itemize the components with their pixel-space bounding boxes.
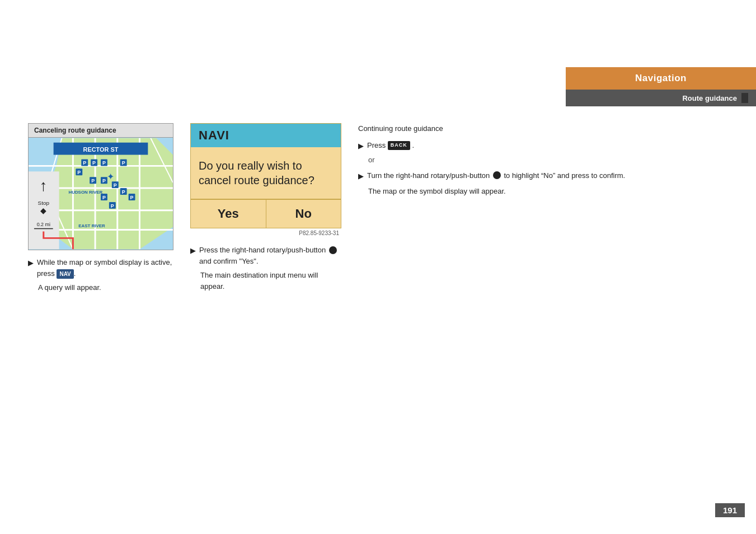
- svg-text:P: P: [114, 182, 117, 188]
- navigation-tab: Navigation: [566, 67, 756, 90]
- back-badge: BACK: [388, 141, 410, 150]
- mid-bullet-row: ▶ Press the right-hand rotary/push-butto…: [190, 245, 341, 266]
- svg-text:P: P: [91, 178, 95, 184]
- turn-inst-text: Turn the right-hand rotary/push-button t…: [367, 170, 625, 181]
- turn-bullet-row: ▶ Turn the right-hand rotary/push-button…: [358, 170, 739, 182]
- route-guidance-tab: Route guidance: [566, 90, 756, 106]
- svg-text:P: P: [102, 160, 106, 166]
- left-inst-text: While the map or symbol display is activ…: [37, 257, 173, 279]
- svg-text:↑: ↑: [40, 177, 48, 194]
- mid-bullet-arrow: ▶: [190, 245, 196, 256]
- left-bullet-row: ▶ While the map or symbol display is act…: [28, 257, 173, 279]
- press-back-row: ▶ Press BACK .: [358, 140, 739, 152]
- right-turn-instruction: ▶ Turn the right-hand rotary/push-button…: [358, 170, 739, 182]
- svg-text:P: P: [122, 160, 125, 166]
- page-number: 191: [715, 503, 745, 517]
- yes-button[interactable]: Yes: [191, 200, 266, 228]
- route-label: Route guidance: [682, 94, 737, 102]
- cancel-route-box: Canceling route guidance: [28, 123, 173, 250]
- mid-column: NAVI Do you really wish to cancel route …: [190, 123, 341, 293]
- svg-text:Stop: Stop: [38, 200, 50, 206]
- header-area: Navigation Route guidance: [566, 67, 756, 106]
- svg-text:P: P: [111, 203, 114, 209]
- left-instruction: ▶ While the map or symbol display is act…: [28, 257, 173, 293]
- map-container: RECTOR ST P P P P P P P: [29, 138, 173, 250]
- main-content: Canceling route guidance: [28, 123, 739, 293]
- svg-text:P: P: [102, 195, 106, 200]
- svg-text:✦: ✦: [107, 172, 114, 181]
- cancel-box-title: Canceling route guidance: [34, 127, 116, 134]
- or-line: or: [368, 154, 739, 166]
- navi-card: NAVI Do you really wish to cancel route …: [190, 123, 341, 228]
- svg-text:P: P: [83, 160, 86, 166]
- cancel-box-header: Canceling route guidance: [29, 124, 173, 138]
- svg-text:RECTOR ST: RECTOR ST: [83, 146, 119, 153]
- left-column: Canceling route guidance: [28, 123, 173, 293]
- svg-text:◆: ◆: [40, 206, 46, 215]
- navi-buttons: Yes No: [191, 199, 341, 228]
- svg-text:HUDSON RIVER: HUDSON RIVER: [68, 190, 102, 195]
- right-appear-text: The map or the symbol display will appea…: [368, 186, 739, 197]
- rotary-symbol-right: [493, 171, 501, 179]
- press-back-text: Press BACK .: [367, 140, 414, 151]
- svg-text:P: P: [92, 160, 96, 166]
- right-bullet-arrow-1: ▶: [358, 140, 364, 152]
- navi-title: NAVI: [199, 128, 229, 142]
- right-bullet-arrow-2: ▶: [358, 171, 364, 182]
- svg-text:0.2 mi: 0.2 mi: [37, 222, 50, 227]
- left-sub-text: A query will appear.: [38, 282, 173, 293]
- map-svg: RECTOR ST P P P P P P P: [29, 138, 173, 250]
- svg-text:P: P: [77, 170, 81, 175]
- nav-badge: NAV: [57, 269, 73, 279]
- navi-header: NAVI: [191, 124, 341, 147]
- mid-inst-text: Press the right-hand rotary/push-button …: [199, 245, 341, 266]
- nav-label: Navigation: [635, 73, 687, 83]
- navi-question: Do you really wish to cancel route guida…: [191, 147, 341, 199]
- right-press-back: ▶ Press BACK .: [358, 140, 739, 152]
- navi-card-caption: P82.85-9233-31: [190, 228, 341, 238]
- right-column: Continuing route guidance ▶ Press BACK .…: [358, 123, 739, 293]
- svg-text:P: P: [130, 195, 134, 200]
- route-tab-marker: [741, 93, 748, 103]
- left-bullet-arrow: ▶: [28, 257, 34, 269]
- svg-text:EAST RIVER: EAST RIVER: [78, 223, 105, 228]
- svg-text:P: P: [102, 178, 106, 184]
- svg-text:P: P: [122, 189, 125, 195]
- no-button[interactable]: No: [266, 200, 341, 228]
- rotary-symbol-mid: [329, 246, 337, 254]
- mid-sub-text: The main destination input menu will app…: [200, 270, 341, 292]
- right-section-title: Continuing route guidance: [358, 123, 739, 134]
- mid-instruction: ▶ Press the right-hand rotary/push-butto…: [190, 245, 341, 292]
